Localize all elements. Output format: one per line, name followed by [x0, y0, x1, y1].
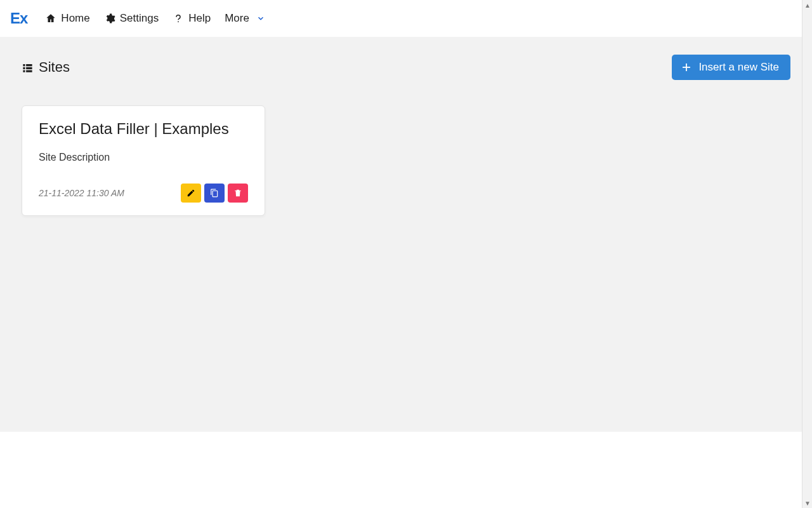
plus-icon — [681, 62, 692, 73]
nav-more-label: More — [225, 12, 249, 25]
chevron-down-icon — [256, 14, 265, 23]
site-card: Excel Data Filler | Examples Site Descri… — [22, 105, 265, 216]
trash-icon — [233, 189, 242, 197]
site-card-description: Site Description — [39, 152, 248, 163]
page-title: Sites — [22, 59, 70, 76]
scroll-down-icon[interactable]: ▼ — [802, 498, 812, 508]
site-card-timestamp: 21-11-2022 11:30 AM — [39, 188, 124, 198]
nav-settings-label: Settings — [120, 12, 159, 25]
main-content: Sites Insert a new Site Excel Data Fille… — [0, 37, 812, 432]
nav-more[interactable]: More — [225, 12, 265, 25]
question-icon — [173, 13, 184, 24]
list-icon — [22, 62, 34, 74]
brand-logo[interactable]: Ex — [10, 10, 31, 27]
nav-help[interactable]: Help — [173, 12, 211, 25]
site-card-footer: 21-11-2022 11:30 AM — [39, 184, 248, 203]
home-icon — [45, 13, 56, 24]
nav-home-label: Home — [61, 12, 89, 25]
copy-icon — [210, 189, 219, 197]
gear-icon — [104, 13, 115, 24]
copy-site-button[interactable] — [204, 184, 225, 203]
edit-site-button[interactable] — [181, 184, 201, 203]
page-header: Sites Insert a new Site — [22, 55, 790, 80]
pencil-icon — [187, 189, 195, 197]
scroll-up-icon[interactable]: ▲ — [802, 0, 812, 10]
page-title-text: Sites — [39, 59, 70, 76]
insert-site-label: Insert a new Site — [698, 61, 779, 74]
delete-site-button[interactable] — [228, 184, 248, 203]
site-card-title[interactable]: Excel Data Filler | Examples — [39, 120, 248, 138]
nav-help-label: Help — [188, 12, 211, 25]
nav-home[interactable]: Home — [45, 12, 89, 25]
nav-settings[interactable]: Settings — [104, 12, 159, 25]
top-navbar: Ex Home Settings Help More — [0, 0, 812, 37]
vertical-scrollbar[interactable]: ▲ ▼ — [802, 0, 812, 508]
insert-site-button[interactable]: Insert a new Site — [672, 55, 790, 80]
site-card-actions — [181, 184, 248, 203]
